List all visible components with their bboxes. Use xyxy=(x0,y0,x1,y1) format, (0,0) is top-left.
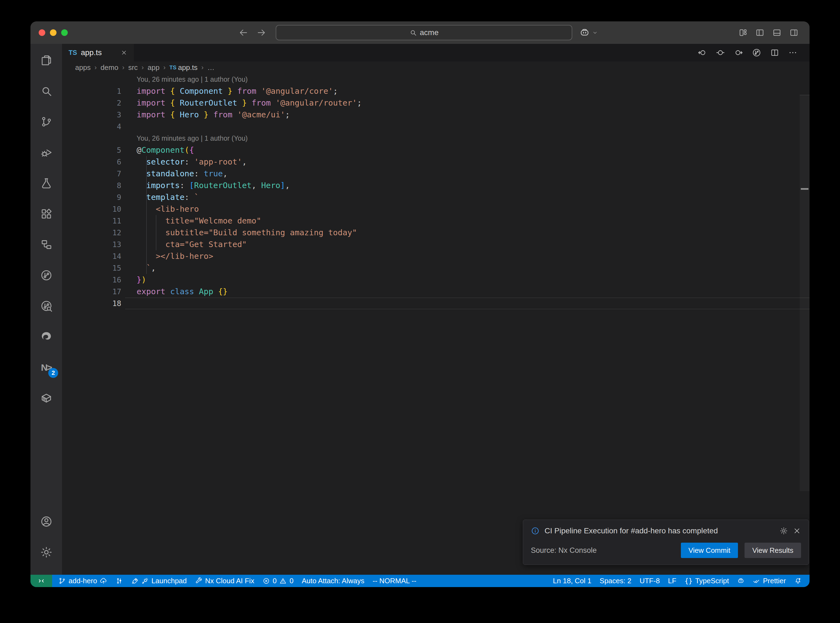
code-line[interactable]: 6 selector: 'app-root', xyxy=(62,156,809,168)
breadcrumb-item[interactable]: src xyxy=(128,63,138,72)
status-graph[interactable] xyxy=(111,575,127,587)
close-tab-button[interactable] xyxy=(121,49,127,56)
status-notifications[interactable] xyxy=(790,575,806,587)
activity-nx-console[interactable]: N>2 xyxy=(31,352,62,383)
current-change-button[interactable] xyxy=(716,48,725,57)
git-branch-icon xyxy=(58,577,66,585)
line-number: 4 xyxy=(62,121,125,132)
previous-change-button[interactable] xyxy=(698,48,707,57)
code-line[interactable]: 9 template: ` xyxy=(62,192,809,203)
notification-settings-button[interactable] xyxy=(780,527,788,535)
breadcrumb-item[interactable]: TSapp.ts xyxy=(169,63,198,72)
blame-annotation[interactable]: You, 26 minutes ago | 1 author (You) xyxy=(62,74,809,85)
editor-actions xyxy=(698,44,809,61)
editor[interactable]: You, 26 minutes ago | 1 author (You)1imp… xyxy=(62,74,809,575)
status-cursor-position[interactable]: Ln 18, Col 1 xyxy=(549,575,596,587)
code-line[interactable]: 17export class App {} xyxy=(62,286,809,298)
status-eol[interactable]: LF xyxy=(664,575,680,587)
status-nx-cloud-ai-fix[interactable]: Nx Cloud AI Fix xyxy=(191,575,258,587)
line-number: 14 xyxy=(62,250,125,262)
status-problems[interactable]: 00 xyxy=(258,575,298,587)
status-encoding[interactable]: UTF-8 xyxy=(635,575,664,587)
containers-icon xyxy=(40,392,53,404)
activity-edge-tools[interactable] xyxy=(31,321,62,352)
toggle-panel-button[interactable] xyxy=(772,28,782,37)
view-commit-button[interactable]: View Commit xyxy=(681,543,738,558)
command-center-search[interactable]: acme xyxy=(276,25,572,40)
toggle-primary-sidebar-button[interactable] xyxy=(755,28,765,37)
code-line[interactable]: 15 `, xyxy=(62,262,809,274)
breadcrumb: apps›demo›src›app›TSapp.ts›… xyxy=(62,61,809,74)
scrollbar[interactable] xyxy=(800,74,809,575)
activity-containers[interactable] xyxy=(31,383,62,413)
activity-references[interactable] xyxy=(31,229,62,260)
breadcrumb-item[interactable]: … xyxy=(207,63,215,72)
remote-icon xyxy=(38,577,45,585)
tab-app-ts[interactable]: TS app.ts xyxy=(62,44,134,61)
compare-graph-icon xyxy=(115,577,123,585)
line-number: 13 xyxy=(62,239,125,250)
activity-graph-search[interactable] xyxy=(31,291,62,321)
status-vim-mode[interactable]: -- NORMAL -- xyxy=(369,575,420,587)
status-language[interactable]: {}TypeScript xyxy=(680,575,733,587)
code-line[interactable]: 2import { RouterOutlet } from '@angular/… xyxy=(62,97,809,109)
breadcrumb-item[interactable]: apps xyxy=(75,63,91,72)
breadcrumb-item[interactable]: app xyxy=(147,63,160,72)
activity-run-debug[interactable] xyxy=(31,137,62,168)
code-line[interactable]: 3import { Hero } from '@acme/ui'; xyxy=(62,109,809,121)
titlebar[interactable]: acme xyxy=(31,21,809,44)
code-line[interactable]: 1import { Component } from '@angular/cor… xyxy=(62,85,809,97)
code-line[interactable]: 14 ></lib-hero> xyxy=(62,250,809,262)
notification-toast: CI Pipeline Execution for #add-hero has … xyxy=(523,520,809,565)
more-actions-button[interactable] xyxy=(788,48,797,57)
activity-explorer[interactable] xyxy=(31,45,62,76)
status-copilot[interactable] xyxy=(733,575,749,587)
code-line[interactable]: 16}) xyxy=(62,274,809,286)
line-number: 18 xyxy=(62,298,125,309)
status-indentation[interactable]: Spaces: 2 xyxy=(596,575,636,587)
code-line[interactable]: 18 xyxy=(62,298,809,309)
code-line[interactable]: 4 xyxy=(62,121,809,132)
blame-annotation[interactable]: You, 26 minutes ago | 1 author (You) xyxy=(62,132,809,144)
close-window-button[interactable] xyxy=(39,29,45,36)
code-line[interactable]: 12 subtitle="Build something amazing tod… xyxy=(62,227,809,239)
notification-close-button[interactable] xyxy=(793,527,801,535)
status-branch[interactable]: add-hero xyxy=(54,575,111,587)
explorer-icon xyxy=(40,54,53,67)
back-button[interactable] xyxy=(238,28,248,38)
status-launchpad[interactable]: Launchpad xyxy=(127,575,191,587)
breadcrumb-separator: › xyxy=(163,64,166,71)
status-prettier[interactable]: Prettier xyxy=(749,575,790,587)
activity-search[interactable] xyxy=(31,76,62,106)
toggle-secondary-sidebar-button[interactable] xyxy=(789,28,799,37)
next-change-button[interactable] xyxy=(734,48,743,57)
activity-commit-graph[interactable] xyxy=(31,260,62,291)
customize-layout-button[interactable] xyxy=(738,28,748,37)
zoom-window-button[interactable] xyxy=(61,29,68,36)
minimize-window-button[interactable] xyxy=(50,29,57,36)
code-line[interactable]: 5@Component({ xyxy=(62,144,809,156)
breadcrumb-separator: › xyxy=(141,64,144,71)
code-line[interactable]: 13 cta="Get Started" xyxy=(62,239,809,250)
status-bar: add-heroLaunchpadNx Cloud AI Fix00Auto A… xyxy=(31,575,809,587)
split-editor-button[interactable] xyxy=(770,48,779,57)
activity-source-control[interactable] xyxy=(31,106,62,137)
status-auto-attach[interactable]: Auto Attach: Always xyxy=(298,575,369,587)
commit-graph-button[interactable] xyxy=(752,48,761,57)
activity-extensions[interactable] xyxy=(31,198,62,229)
activity-accounts[interactable] xyxy=(31,506,62,537)
error-icon xyxy=(263,577,270,585)
scrollbar-slider[interactable] xyxy=(800,95,809,491)
activity-settings[interactable] xyxy=(31,537,62,568)
code-line[interactable]: 7 standalone: true, xyxy=(62,168,809,180)
status-remote[interactable] xyxy=(31,575,52,587)
code-line[interactable]: 8 imports: [RouterOutlet, Hero], xyxy=(62,180,809,192)
activity-testing[interactable] xyxy=(31,168,62,198)
copilot-menu[interactable] xyxy=(579,21,598,44)
forward-button[interactable] xyxy=(256,28,266,38)
breadcrumb-item[interactable]: demo xyxy=(100,63,118,72)
view-results-button[interactable]: View Results xyxy=(745,543,801,558)
code-line[interactable]: 11 title="Welcmoe demo" xyxy=(62,215,809,227)
line-number: 6 xyxy=(62,156,125,168)
code-line[interactable]: 10 <lib-hero xyxy=(62,203,809,215)
